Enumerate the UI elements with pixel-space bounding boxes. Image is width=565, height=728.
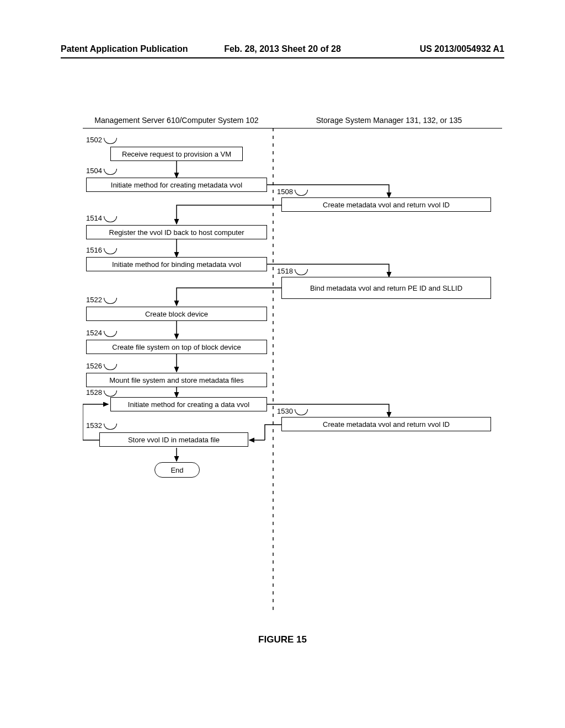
- step-1518: Bind metadata vvol and return PE ID and …: [281, 277, 491, 299]
- ref-arc: [104, 331, 117, 337]
- ref-arc: [104, 169, 117, 175]
- ref-arc: [295, 269, 308, 275]
- header-left: Patent Application Publication: [61, 44, 209, 54]
- ref-1528: 1528: [86, 388, 102, 397]
- ref-arc: [104, 138, 117, 144]
- step-1514: Register the vvol ID back to host comput…: [86, 225, 267, 239]
- ref-1526: 1526: [86, 362, 102, 370]
- ref-arc: [104, 364, 117, 370]
- swimlane-right-title: Storage System Manager 131, 132, or 135: [276, 116, 502, 125]
- ref-1508: 1508: [277, 188, 293, 196]
- ref-1524: 1524: [86, 329, 102, 337]
- ref-arc: [104, 298, 117, 304]
- step-end: End: [154, 462, 200, 478]
- swimlane-divider: [83, 128, 502, 129]
- flowchart: Management Server 610/Computer System 10…: [83, 116, 502, 629]
- step-1532: Store vvol ID in metadata file: [99, 432, 248, 447]
- ref-arc: [295, 190, 308, 196]
- header-right: US 2013/0054932 A1: [356, 44, 504, 54]
- ref-1516: 1516: [86, 246, 102, 254]
- ref-arc: [104, 424, 117, 430]
- swimlane-left-title: Management Server 610/Computer System 10…: [83, 116, 270, 125]
- ref-1530: 1530: [277, 407, 293, 415]
- ref-arc: [104, 390, 117, 397]
- step-1524: Create file system on top of block devic…: [86, 340, 267, 354]
- ref-arc: [104, 248, 117, 254]
- step-1530: Create metadata vvol and return vvol ID: [281, 417, 491, 431]
- step-1502: Receive request to provision a VM: [110, 147, 243, 161]
- page-header: Patent Application Publication Feb. 28, …: [61, 44, 504, 58]
- step-1522: Create block device: [86, 307, 267, 321]
- ref-arc: [104, 216, 117, 222]
- step-1516: Initiate method for binding metadata vvo…: [86, 257, 267, 271]
- step-1528: Initiate method for creating a data vvol: [110, 397, 267, 411]
- ref-1522: 1522: [86, 296, 102, 304]
- ref-1504: 1504: [86, 167, 102, 175]
- ref-1518: 1518: [277, 267, 293, 275]
- ref-1514: 1514: [86, 214, 102, 222]
- header-mid: Feb. 28, 2013 Sheet 20 of 28: [209, 44, 356, 54]
- step-1504: Initiate method for creating metadata vv…: [86, 178, 267, 192]
- ref-arc: [295, 409, 308, 415]
- figure-caption: FIGURE 15: [0, 634, 565, 645]
- ref-1532: 1532: [86, 421, 102, 430]
- ref-1502: 1502: [86, 136, 102, 144]
- step-1526: Mount file system and store metadata fil…: [86, 373, 267, 387]
- step-1508: Create metadata vvol and return vvol ID: [281, 197, 491, 212]
